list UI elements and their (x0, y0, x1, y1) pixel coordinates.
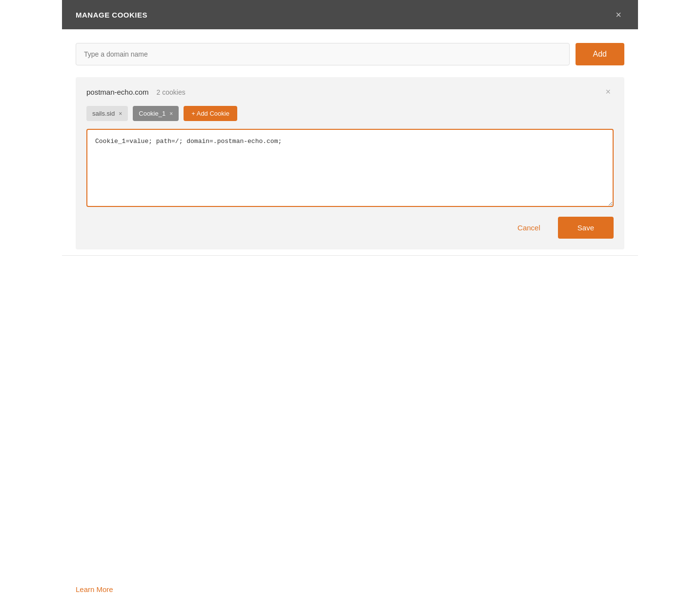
bottom-area: Learn More (76, 256, 624, 613)
modal-title: MANAGE COOKIES (76, 11, 147, 19)
domain-input-row: Add (76, 43, 624, 65)
cookie-tags-row: sails.sid × Cookie_1 × + Add Cookie (86, 106, 614, 121)
modal-body: Add postman-echo.com 2 cookies × sails.s… (62, 29, 638, 613)
cookie-tag-label: Cookie_1 (139, 110, 165, 117)
save-button[interactable]: Save (558, 217, 614, 239)
cookie-tag-sails-sid[interactable]: sails.sid × (86, 106, 128, 121)
cookie-tag-close-icon[interactable]: × (169, 110, 173, 117)
domain-name: postman-echo.com (86, 88, 149, 96)
cookie-count: 2 cookies (157, 88, 185, 96)
add-cookie-button[interactable]: + Add Cookie (184, 106, 237, 121)
domain-input[interactable] (76, 43, 570, 65)
cookie-editor[interactable]: Cookie_1=value; path=/; domain=.postman-… (86, 129, 614, 207)
manage-cookies-modal: MANAGE COOKIES × Add postman-echo.com 2 … (62, 0, 638, 613)
add-domain-button[interactable]: Add (576, 43, 624, 65)
cookie-tag-close-icon[interactable]: × (119, 110, 122, 117)
domain-section: postman-echo.com 2 cookies × sails.sid ×… (76, 77, 624, 249)
cancel-button[interactable]: Cancel (510, 220, 548, 236)
action-row: Cancel Save (86, 209, 614, 239)
domain-section-header: postman-echo.com 2 cookies × (86, 86, 614, 98)
domain-remove-button[interactable]: × (602, 86, 614, 98)
learn-more-link[interactable]: Learn More (76, 585, 113, 593)
modal-header: MANAGE COOKIES × (62, 0, 638, 29)
modal-close-button[interactable]: × (613, 9, 624, 20)
cookie-tag-cookie1[interactable]: Cookie_1 × (133, 106, 179, 121)
domain-info: postman-echo.com 2 cookies (86, 88, 185, 96)
cookie-tag-label: sails.sid (92, 110, 115, 117)
